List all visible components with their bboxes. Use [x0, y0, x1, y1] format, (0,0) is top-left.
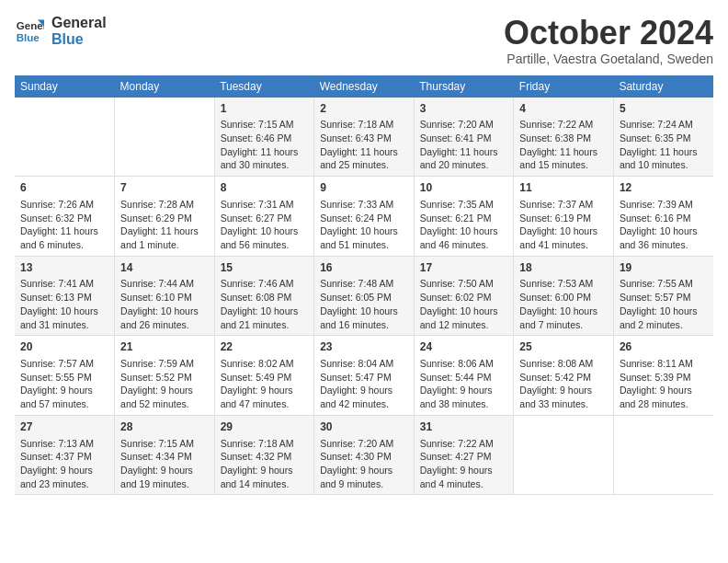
day-number: 17 — [420, 260, 508, 276]
day-number: 7 — [120, 180, 209, 196]
sunrise-text: Sunrise: 7:59 AM — [120, 357, 209, 371]
sunset-text: Sunset: 6:46 PM — [221, 132, 309, 145]
day-of-week-header: Friday — [514, 75, 614, 98]
sunrise-text: Sunrise: 7:15 AM — [221, 118, 309, 132]
sunset-text: Sunset: 6:02 PM — [420, 291, 508, 304]
sunset-text: Sunset: 6:41 PM — [420, 132, 508, 145]
calendar-cell: 12Sunrise: 7:39 AMSunset: 6:16 PMDayligh… — [613, 177, 713, 257]
calendar-cell: 2Sunrise: 7:18 AMSunset: 6:43 PMDaylight… — [314, 98, 415, 177]
daylight-text: Daylight: 9 hours and 4 minutes. — [420, 464, 508, 490]
calendar-cell: 18Sunrise: 7:53 AMSunset: 6:00 PMDayligh… — [514, 256, 614, 336]
calendar-week-row: 13Sunrise: 7:41 AMSunset: 6:13 PMDayligh… — [15, 256, 713, 336]
daylight-text: Daylight: 9 hours and 47 minutes. — [221, 384, 309, 410]
day-number: 22 — [221, 339, 309, 355]
daylight-text: Daylight: 10 hours and 2 minutes. — [620, 304, 708, 331]
calendar-cell: 19Sunrise: 7:55 AMSunset: 5:57 PMDayligh… — [613, 256, 713, 336]
calendar-week-row: 1Sunrise: 7:15 AMSunset: 6:46 PMDaylight… — [15, 98, 713, 177]
day-number: 15 — [221, 260, 309, 276]
sunrise-text: Sunrise: 7:44 AM — [120, 277, 209, 291]
sunset-text: Sunset: 6:24 PM — [320, 212, 408, 225]
sunrise-text: Sunrise: 7:15 AM — [120, 437, 209, 451]
sunrise-text: Sunrise: 7:55 AM — [620, 277, 708, 291]
day-number: 28 — [120, 419, 209, 435]
sunrise-text: Sunrise: 7:22 AM — [420, 437, 508, 451]
daylight-text: Daylight: 11 hours and 20 minutes. — [420, 145, 508, 172]
sunset-text: Sunset: 6:43 PM — [320, 132, 408, 145]
sunset-text: Sunset: 6:32 PM — [20, 212, 108, 225]
calendar-cell: 13Sunrise: 7:41 AMSunset: 6:13 PMDayligh… — [15, 256, 115, 336]
sunrise-text: Sunrise: 7:41 AM — [20, 277, 108, 291]
day-of-week-header: Tuesday — [214, 75, 314, 98]
calendar-cell: 28Sunrise: 7:15 AMSunset: 4:34 PMDayligh… — [115, 415, 215, 495]
sunset-text: Sunset: 5:39 PM — [620, 371, 708, 385]
calendar-cell: 21Sunrise: 7:59 AMSunset: 5:52 PMDayligh… — [115, 336, 215, 416]
sunrise-text: Sunrise: 7:53 AM — [519, 277, 608, 291]
calendar-cell: 7Sunrise: 7:28 AMSunset: 6:29 PMDaylight… — [115, 177, 215, 257]
calendar-header-row: SundayMondayTuesdayWednesdayThursdayFrid… — [15, 75, 713, 98]
logo: General Blue General Blue — [15, 15, 107, 48]
day-number: 4 — [519, 101, 608, 117]
sunrise-text: Sunrise: 7:48 AM — [320, 277, 408, 291]
day-number: 29 — [221, 419, 309, 435]
daylight-text: Daylight: 10 hours and 12 minutes. — [420, 304, 508, 331]
calendar-cell: 25Sunrise: 8:08 AMSunset: 5:42 PMDayligh… — [514, 336, 614, 416]
sunset-text: Sunset: 6:19 PM — [519, 212, 608, 225]
daylight-text: Daylight: 10 hours and 31 minutes. — [20, 304, 108, 331]
daylight-text: Daylight: 10 hours and 7 minutes. — [519, 304, 608, 331]
calendar-cell: 27Sunrise: 7:13 AMSunset: 4:37 PMDayligh… — [15, 415, 115, 495]
calendar-cell: 22Sunrise: 8:02 AMSunset: 5:49 PMDayligh… — [214, 336, 314, 416]
daylight-text: Daylight: 9 hours and 38 minutes. — [420, 384, 508, 410]
sunset-text: Sunset: 5:42 PM — [519, 371, 608, 385]
day-number: 20 — [20, 339, 108, 355]
sunrise-text: Sunrise: 7:18 AM — [221, 437, 309, 451]
title-area: October 2024 Partille, Vaestra Goetaland… — [504, 15, 713, 66]
calendar-cell: 31Sunrise: 7:22 AMSunset: 4:27 PMDayligh… — [414, 415, 514, 495]
sunset-text: Sunset: 5:44 PM — [420, 371, 508, 385]
calendar-cell: 30Sunrise: 7:20 AMSunset: 4:30 PMDayligh… — [314, 415, 415, 495]
daylight-text: Daylight: 11 hours and 6 minutes. — [20, 224, 108, 251]
sunset-text: Sunset: 6:35 PM — [620, 132, 708, 145]
sunset-text: Sunset: 6:00 PM — [519, 291, 608, 304]
logo-text-blue: Blue — [51, 31, 107, 48]
sunrise-text: Sunrise: 8:06 AM — [420, 357, 508, 371]
daylight-text: Daylight: 11 hours and 15 minutes. — [519, 145, 608, 172]
sunset-text: Sunset: 4:34 PM — [120, 450, 209, 464]
day-number: 30 — [320, 419, 408, 435]
sunrise-text: Sunrise: 7:50 AM — [420, 277, 508, 291]
day-number: 13 — [20, 260, 108, 276]
day-number: 24 — [420, 339, 508, 355]
daylight-text: Daylight: 11 hours and 10 minutes. — [620, 145, 708, 172]
calendar-cell: 26Sunrise: 8:11 AMSunset: 5:39 PMDayligh… — [613, 336, 713, 416]
sunset-text: Sunset: 4:32 PM — [221, 450, 309, 464]
sunset-text: Sunset: 5:52 PM — [120, 371, 209, 385]
day-number: 3 — [420, 101, 508, 117]
day-number: 1 — [221, 101, 309, 117]
day-number: 21 — [120, 339, 209, 355]
daylight-text: Daylight: 10 hours and 21 minutes. — [221, 304, 309, 331]
sunset-text: Sunset: 6:29 PM — [120, 212, 209, 225]
daylight-text: Daylight: 10 hours and 41 minutes. — [519, 224, 608, 251]
day-number: 23 — [320, 339, 408, 355]
calendar-cell: 6Sunrise: 7:26 AMSunset: 6:32 PMDaylight… — [15, 177, 115, 257]
sunrise-text: Sunrise: 7:22 AM — [519, 118, 608, 132]
sunset-text: Sunset: 5:47 PM — [320, 371, 408, 385]
daylight-text: Daylight: 10 hours and 36 minutes. — [620, 224, 708, 251]
month-title: October 2024 — [504, 15, 713, 52]
day-number: 27 — [20, 419, 108, 435]
sunrise-text: Sunrise: 7:20 AM — [420, 118, 508, 132]
calendar-table: SundayMondayTuesdayWednesdayThursdayFrid… — [15, 75, 713, 496]
calendar-cell: 20Sunrise: 7:57 AMSunset: 5:55 PMDayligh… — [15, 336, 115, 416]
sunrise-text: Sunrise: 7:46 AM — [221, 277, 309, 291]
day-number: 12 — [620, 180, 708, 196]
calendar-cell: 11Sunrise: 7:37 AMSunset: 6:19 PMDayligh… — [514, 177, 614, 257]
sunset-text: Sunset: 5:49 PM — [221, 371, 309, 385]
header: General Blue General Blue October 2024 P… — [15, 15, 713, 66]
sunrise-text: Sunrise: 8:11 AM — [620, 357, 708, 371]
sunrise-text: Sunrise: 7:31 AM — [221, 198, 309, 212]
calendar-cell: 4Sunrise: 7:22 AMSunset: 6:38 PMDaylight… — [514, 98, 614, 177]
sunset-text: Sunset: 5:55 PM — [20, 371, 108, 385]
daylight-text: Daylight: 10 hours and 26 minutes. — [120, 304, 209, 331]
calendar-cell: 9Sunrise: 7:33 AMSunset: 6:24 PMDaylight… — [314, 177, 415, 257]
calendar-cell — [613, 415, 713, 495]
logo-text-general: General — [51, 15, 107, 31]
